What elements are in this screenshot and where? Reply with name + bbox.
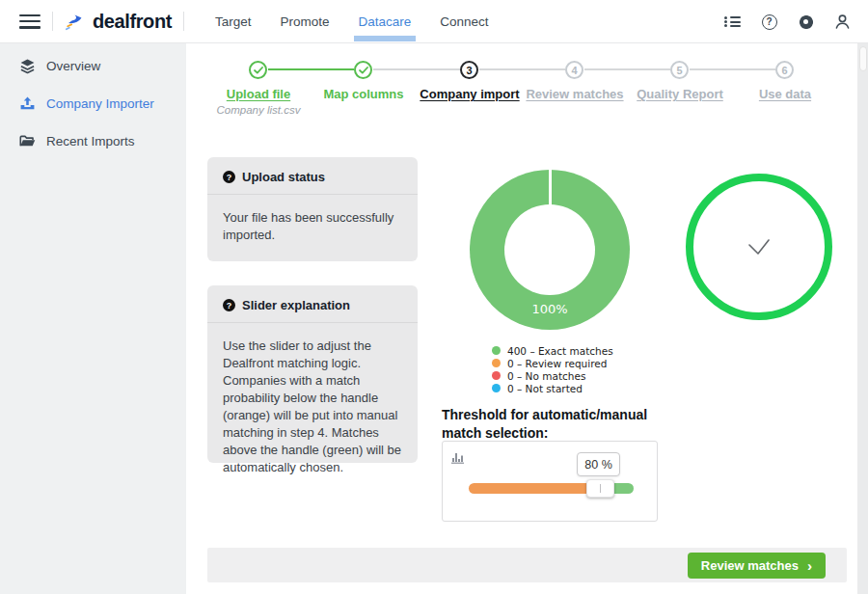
panel-body-text: Use the slider to adjust the Dealfront m… — [207, 323, 418, 491]
review-matches-label: Review matches — [701, 558, 799, 573]
check-icon — [359, 67, 368, 74]
upload-icon — [19, 95, 36, 112]
legend-item: 0 – Not started — [492, 383, 613, 394]
slider-handle-grip — [600, 484, 602, 493]
nav-tab-promote[interactable]: Promote — [281, 14, 330, 29]
check-icon — [746, 237, 773, 256]
step-1-circle-check[interactable] — [249, 61, 267, 79]
nav-tab-connect[interactable]: Connect — [440, 14, 488, 29]
main-scrollbar[interactable] — [857, 43, 868, 594]
step-5-circle[interactable]: 5 — [670, 61, 689, 79]
legend-dot-green — [492, 346, 501, 355]
legend-item: 0 – Review required — [492, 358, 613, 369]
legend-item: 0 – No matches — [492, 370, 613, 382]
panel-header: ? Upload status — [207, 157, 418, 195]
donut-percentage-label: 100% — [470, 302, 630, 316]
chevron-right-icon: › — [807, 558, 812, 573]
threshold-title: Threshold for automatic/manual match sel… — [442, 406, 649, 443]
step-2-circle-check[interactable] — [354, 61, 372, 79]
uploaded-file-name: Company list.csv — [196, 104, 321, 116]
nav-tab-datacare[interactable]: Datacare — [359, 14, 412, 29]
slider-handle[interactable] — [586, 479, 614, 498]
panel-title: Slider explanation — [242, 298, 350, 312]
step-6-circle[interactable]: 6 — [775, 61, 794, 79]
sidebar-item-label: Overview — [46, 59, 100, 73]
sidebar-item-label: Recent Imports — [46, 134, 135, 148]
upload-status-panel: ? Upload status Your file has been succe… — [207, 157, 418, 261]
header-icon-group: ? — [724, 0, 851, 43]
header-divider — [52, 12, 53, 31]
folder-icon — [19, 133, 36, 149]
donut-hole — [504, 204, 595, 295]
hamburger-menu-icon[interactable] — [19, 14, 41, 29]
brand-arrow-icon — [65, 12, 88, 32]
top-nav-bar: dealfront Target Promote Datacare Connec… — [0, 0, 868, 43]
step-number: 3 — [466, 65, 472, 76]
panel-header: ? Slider explanation — [207, 285, 418, 323]
step-connector — [690, 68, 775, 70]
legend-dot-orange — [492, 359, 501, 367]
histogram-icon[interactable] — [450, 450, 466, 464]
match-results-donut-chart: 100% — [470, 170, 630, 330]
layers-icon — [19, 58, 36, 74]
threshold-slider-panel: 80 % — [442, 441, 658, 522]
sidebar-item-company-importer[interactable]: Company Importer — [0, 85, 186, 122]
panel-title: Upload status — [242, 170, 325, 184]
user-profile-icon[interactable] — [834, 14, 851, 30]
donut-slice-gap — [549, 170, 552, 206]
review-matches-button[interactable]: Review matches › — [688, 553, 826, 579]
step-connector — [268, 68, 354, 70]
tasks-list-icon[interactable] — [724, 14, 741, 30]
primary-nav: Target Promote Datacare Connect — [215, 14, 489, 29]
legend-item: 400 – Exact matches — [492, 345, 613, 357]
settings-gear-icon[interactable] — [798, 14, 814, 30]
slider-track-above-threshold[interactable] — [613, 483, 634, 494]
panel-body-text: Your file has been successfully imported… — [207, 195, 418, 258]
step-connector — [373, 68, 460, 70]
step-connector — [479, 68, 565, 70]
header-divider — [183, 12, 184, 31]
legend-dot-red — [492, 371, 501, 380]
app-window: dealfront Target Promote Datacare Connec… — [0, 0, 868, 594]
question-circle-icon: ? — [223, 171, 235, 183]
step-number: 5 — [676, 65, 682, 76]
chart-legend: 400 – Exact matches 0 – Review required … — [492, 345, 613, 395]
check-icon — [254, 67, 263, 74]
nav-tab-target[interactable]: Target — [215, 14, 252, 29]
step-4-circle[interactable]: 4 — [565, 61, 583, 79]
step-label-use-data[interactable]: Use data — [722, 87, 848, 101]
sidebar: Overview Company Importer Recent Imports — [0, 43, 186, 594]
logo-text: dealfront — [93, 11, 172, 33]
scrollbar-thumb[interactable] — [859, 46, 867, 71]
help-icon[interactable]: ? — [761, 14, 777, 30]
question-circle-icon: ? — [223, 299, 235, 311]
slider-explanation-panel: ? Slider explanation Use the slider to a… — [207, 285, 418, 463]
success-check-circle — [686, 174, 832, 320]
dealfront-logo[interactable]: dealfront — [65, 11, 172, 33]
step-connector — [584, 68, 670, 70]
slider-track-below-threshold[interactable] — [469, 483, 587, 494]
threshold-value-box[interactable]: 80 % — [577, 452, 620, 476]
step-3-circle[interactable]: 3 — [460, 61, 478, 79]
step-number: 6 — [781, 65, 787, 76]
sidebar-item-label: Company Importer — [46, 96, 154, 111]
sidebar-item-overview[interactable]: Overview — [0, 47, 186, 85]
step-number: 4 — [571, 65, 577, 76]
sidebar-item-recent-imports[interactable]: Recent Imports — [0, 122, 186, 160]
legend-dot-blue — [492, 384, 501, 392]
footer-action-bar: Review matches › — [207, 548, 847, 582]
